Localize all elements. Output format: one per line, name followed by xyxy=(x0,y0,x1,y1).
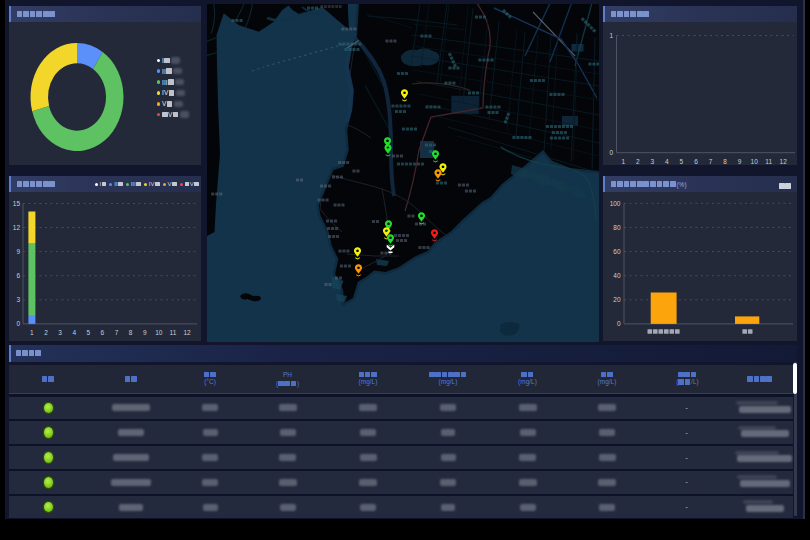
svg-text:8: 8 xyxy=(723,158,727,165)
svg-text:12: 12 xyxy=(12,224,20,231)
svg-text:15: 15 xyxy=(12,200,20,207)
svg-text:1: 1 xyxy=(30,329,34,336)
svg-text:8: 8 xyxy=(128,329,132,336)
svg-text:0: 0 xyxy=(609,149,613,156)
svg-text:11: 11 xyxy=(169,329,176,336)
svg-text:11: 11 xyxy=(765,158,772,165)
svg-text:6: 6 xyxy=(16,272,20,279)
svg-text:2: 2 xyxy=(635,158,639,165)
svg-text:20: 20 xyxy=(613,296,621,303)
svg-text:40: 40 xyxy=(613,272,621,279)
svg-text:5: 5 xyxy=(86,329,90,336)
svg-text:10: 10 xyxy=(155,329,163,336)
svg-text:3: 3 xyxy=(650,158,654,165)
svg-text:2: 2 xyxy=(44,329,48,336)
svg-text:9: 9 xyxy=(16,248,20,255)
svg-text:3: 3 xyxy=(16,296,20,303)
svg-text:10: 10 xyxy=(750,158,758,165)
svg-text:6: 6 xyxy=(100,329,104,336)
svg-text:1: 1 xyxy=(621,158,625,165)
svg-text:60: 60 xyxy=(613,248,621,255)
svg-text:5: 5 xyxy=(679,158,683,165)
svg-text:9: 9 xyxy=(142,329,146,336)
svg-text:3: 3 xyxy=(58,329,62,336)
svg-text:100: 100 xyxy=(609,200,620,207)
svg-text:6: 6 xyxy=(694,158,698,165)
svg-text:4: 4 xyxy=(72,329,76,336)
svg-text:4: 4 xyxy=(665,158,669,165)
svg-text:7: 7 xyxy=(114,329,118,336)
svg-text:12: 12 xyxy=(183,329,191,336)
svg-text:1: 1 xyxy=(609,32,613,39)
svg-text:7: 7 xyxy=(708,158,712,165)
svg-text:80: 80 xyxy=(613,224,621,231)
svg-text:0: 0 xyxy=(616,320,620,327)
svg-text:0: 0 xyxy=(16,320,20,327)
svg-text:9: 9 xyxy=(737,158,741,165)
svg-text:12: 12 xyxy=(779,158,787,165)
